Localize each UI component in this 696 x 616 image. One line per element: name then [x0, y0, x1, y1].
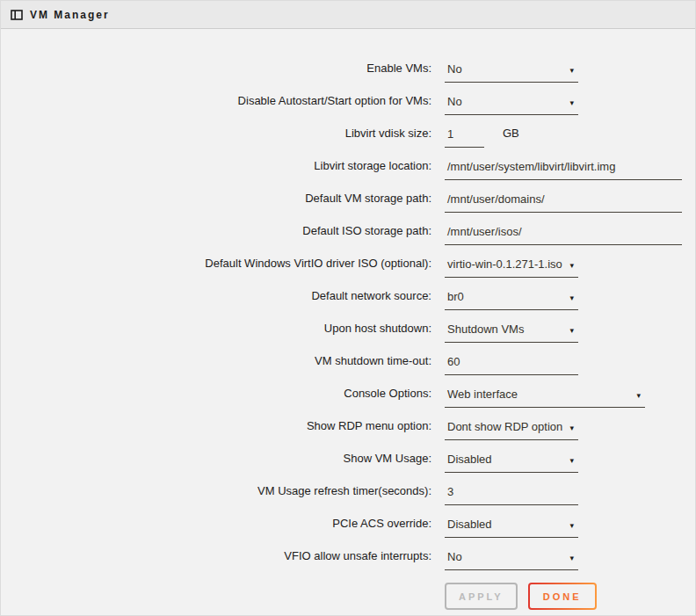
- select-value: virtio-win-0.1.271-1.iso: [447, 257, 562, 271]
- default-iso-storage-path-input[interactable]: /mnt/user/isos/: [445, 225, 682, 245]
- field-label: Libvirt storage location:: [1, 159, 431, 180]
- field-label: Default VM storage path:: [1, 192, 431, 213]
- apply-button[interactable]: APPLY: [445, 583, 518, 610]
- field-label: VM shutdown time-out:: [1, 354, 431, 375]
- dropdown-arrow-icon: ▾: [569, 554, 574, 562]
- form-row: PCIe ACS override: Disabled ▾: [1, 505, 695, 538]
- input-value: 1: [447, 127, 453, 141]
- field-label: Default network source:: [1, 289, 431, 310]
- vm-shutdown-timeout-input[interactable]: 60: [445, 355, 578, 375]
- field-label: Show VM Usage:: [1, 452, 431, 473]
- vfio-unsafe-interrupts-select[interactable]: No ▾: [445, 550, 578, 570]
- select-value: Shutdown VMs: [447, 322, 524, 336]
- dropdown-arrow-icon: ▾: [569, 67, 574, 75]
- form-row: Libvirt storage location: /mnt/user/syst…: [1, 148, 695, 180]
- dropdown-arrow-icon: ▾: [569, 424, 574, 432]
- form-actions: APPLY DONE: [1, 583, 695, 610]
- field-label: PCIe ACS override:: [1, 517, 431, 538]
- done-button[interactable]: DONE: [530, 584, 595, 608]
- field-label: Default Windows VirtIO driver ISO (optio…: [1, 257, 431, 278]
- columns-icon: [11, 10, 23, 20]
- field-label: Show RDP menu option:: [1, 419, 431, 440]
- field-label: Upon host shutdown:: [1, 322, 431, 343]
- virtio-driver-iso-select[interactable]: virtio-win-0.1.271-1.iso ▾: [445, 257, 578, 278]
- field-label: VFIO allow unsafe interrupts:: [1, 549, 431, 570]
- enable-vms-select[interactable]: No ▾: [445, 62, 578, 83]
- form-row: Upon host shutdown: Shutdown VMs ▾: [1, 310, 695, 343]
- form-row: Default VM storage path: /mnt/user/domai…: [1, 180, 695, 213]
- libvirt-vdisk-size-input[interactable]: 1: [445, 127, 484, 148]
- input-value: 60: [447, 355, 460, 368]
- done-button-border: DONE: [528, 583, 597, 610]
- input-value: 3: [447, 485, 453, 498]
- console-options-select[interactable]: Web interface ▾: [445, 388, 645, 408]
- form-row: Show VM Usage: Disabled ▾: [1, 440, 695, 473]
- dropdown-arrow-icon: ▾: [569, 99, 574, 107]
- form-row: VM shutdown time-out: 60: [1, 343, 695, 375]
- host-shutdown-action-select[interactable]: Shutdown VMs ▾: [445, 322, 578, 343]
- select-value: No: [447, 95, 462, 108]
- select-value: Dont show RDP option: [447, 420, 562, 433]
- form-row: Disable Autostart/Start option for VMs: …: [1, 83, 695, 115]
- libvirt-storage-location-input[interactable]: /mnt/user/system/libvirt/libvirt.img: [445, 160, 682, 180]
- dropdown-arrow-icon: ▾: [569, 522, 574, 530]
- form-row: Console Options: Web interface ▾: [1, 375, 695, 408]
- dropdown-arrow-icon: ▾: [569, 457, 574, 465]
- form-row: VM Usage refresh timer(seconds): 3: [1, 473, 695, 505]
- field-label: Disable Autostart/Start option for VMs:: [1, 94, 431, 115]
- form-row: Show RDP menu option: Dont show RDP opti…: [1, 408, 695, 440]
- default-network-source-select[interactable]: br0 ▾: [445, 290, 578, 310]
- form-row: VFIO allow unsafe interrupts: No ▾: [1, 538, 695, 570]
- select-value: Web interface: [447, 388, 518, 401]
- select-value: No: [447, 62, 462, 76]
- pcie-acs-override-select[interactable]: Disabled ▾: [445, 518, 578, 538]
- titlebar: VM Manager: [1, 1, 695, 29]
- select-value: Disabled: [447, 453, 492, 466]
- vm-usage-refresh-timer-input[interactable]: 3: [445, 485, 578, 505]
- page-title: VM Manager: [30, 9, 110, 21]
- field-label: Enable VMs:: [1, 62, 431, 83]
- input-value: /mnt/user/system/libvirt/libvirt.img: [447, 160, 615, 173]
- field-label: Console Options:: [1, 387, 431, 408]
- select-value: Disabled: [447, 518, 492, 531]
- unit-label: GB: [503, 127, 519, 148]
- input-value: /mnt/user/domains/: [447, 192, 545, 206]
- field-label: VM Usage refresh timer(seconds):: [1, 484, 431, 505]
- field-label: Default ISO storage path:: [1, 224, 431, 245]
- dropdown-arrow-icon: ▾: [569, 262, 574, 270]
- dropdown-arrow-icon: ▾: [569, 294, 574, 302]
- disable-autostart-select[interactable]: No ▾: [445, 95, 578, 115]
- dropdown-arrow-icon: ▾: [569, 327, 574, 335]
- form-row: Default Windows VirtIO driver ISO (optio…: [1, 245, 695, 278]
- show-vm-usage-select[interactable]: Disabled ▾: [445, 453, 578, 473]
- default-vm-storage-path-input[interactable]: /mnt/user/domains/: [445, 192, 682, 213]
- field-label: Libvirt vdisk size:: [1, 127, 431, 148]
- form-row: Libvirt vdisk size: 1 GB: [1, 115, 695, 148]
- form-row: Default network source: br0 ▾: [1, 278, 695, 310]
- select-value: No: [447, 550, 462, 563]
- vm-manager-form: Enable VMs: No ▾ Disable Autostart/Start…: [1, 29, 695, 610]
- rdp-menu-option-select[interactable]: Dont show RDP option ▾: [445, 420, 578, 440]
- form-row: Enable VMs: No ▾: [1, 50, 695, 83]
- select-value: br0: [447, 290, 464, 303]
- form-row: Default ISO storage path: /mnt/user/isos…: [1, 213, 695, 245]
- input-value: /mnt/user/isos/: [447, 225, 522, 238]
- dropdown-arrow-icon: ▾: [636, 392, 641, 400]
